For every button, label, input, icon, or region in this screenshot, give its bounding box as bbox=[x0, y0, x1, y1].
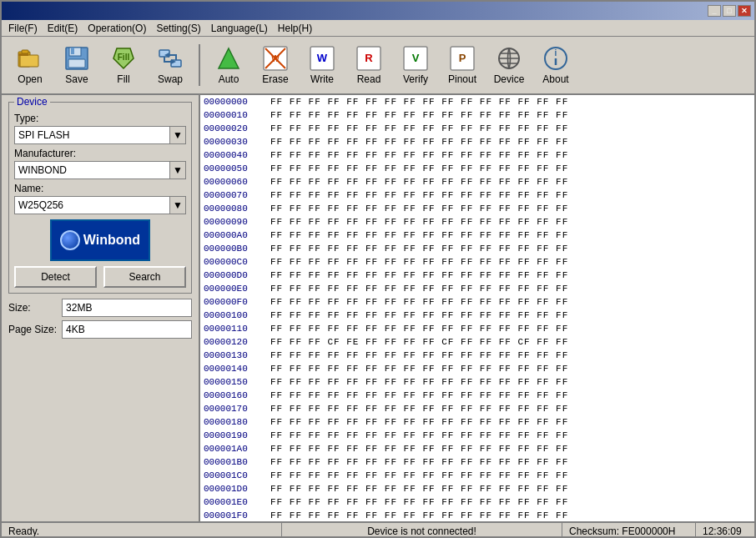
type-dropdown-wrapper: SPI FLASH ▼ bbox=[14, 126, 186, 144]
hex-address: 000001E0 bbox=[204, 497, 270, 507]
menu-file[interactable]: File(F) bbox=[3, 21, 43, 36]
hex-address: 00000110 bbox=[204, 324, 270, 334]
hex-address: 00000060 bbox=[204, 177, 270, 187]
hex-address: 00000000 bbox=[204, 97, 270, 107]
svg-rect-6 bbox=[71, 48, 74, 54]
verify-button[interactable]: V Verify bbox=[394, 40, 437, 90]
close-button[interactable]: ✕ bbox=[738, 5, 751, 17]
minimize-button[interactable]: _ bbox=[708, 5, 721, 17]
hex-bytes: FF FF FF FF FF FF FF FF FF FF FF FF FF F… bbox=[270, 484, 751, 494]
hex-address: 000000E0 bbox=[204, 284, 270, 294]
manufacturer-label: Manufacturer: bbox=[14, 148, 186, 159]
logo-area: Winbond bbox=[14, 219, 186, 261]
menu-language[interactable]: Language(L) bbox=[206, 21, 273, 36]
hex-container[interactable]: 00000000FF FF FF FF FF FF FF FF FF FF FF… bbox=[200, 95, 754, 521]
title-bar: _ □ ✕ bbox=[2, 2, 754, 20]
menu-help[interactable]: Help(H) bbox=[273, 21, 317, 36]
hex-row: 000000A0FF FF FF FF FF FF FF FF FF FF FF… bbox=[200, 229, 754, 242]
maximize-button[interactable]: □ bbox=[723, 5, 736, 17]
hex-row: 00000090FF FF FF FF FF FF FF FF FF FF FF… bbox=[200, 215, 754, 229]
search-button[interactable]: Search bbox=[103, 266, 186, 288]
hex-bytes: FF FF FF FF FF FF FF FF FF FF FF FF FF F… bbox=[270, 110, 751, 120]
fill-button[interactable]: Fill Fill bbox=[102, 40, 145, 90]
erase-button[interactable]: W Erase bbox=[254, 40, 297, 90]
svg-rect-1 bbox=[22, 50, 28, 53]
hex-row: 000000C0FF FF FF FF FF FF FF FF FF FF FF… bbox=[200, 255, 754, 269]
hex-bytes: FF FF FF FF FF FF FF FF FF FF FF FF FF F… bbox=[270, 404, 751, 414]
type-dropdown[interactable]: SPI FLASH bbox=[14, 126, 186, 144]
hex-row: 000000F0FF FF FF FF FF FF FF FF FF FF FF… bbox=[200, 295, 754, 309]
logo-text: Winbond bbox=[60, 230, 140, 250]
pinout-button[interactable]: P Pinout bbox=[441, 40, 484, 90]
hex-bytes: FF FF FF FF FF FF FF FF FF FF FF FF FF F… bbox=[270, 230, 751, 240]
about-button[interactable]: i About bbox=[534, 40, 577, 90]
erase-label: Erase bbox=[262, 73, 288, 85]
menu-edit[interactable]: Edit(E) bbox=[43, 21, 83, 36]
auto-button[interactable]: Auto bbox=[207, 40, 250, 90]
hex-row: 00000140FF FF FF FF FF FF FF FF FF FF FF… bbox=[200, 362, 754, 375]
hex-bytes: FF FF FF FF FF FF FF FF FF FF FF FF FF F… bbox=[270, 270, 751, 280]
swap-button[interactable]: Swap bbox=[149, 40, 192, 90]
hex-bytes: FF FF FF FF FF FF FF FF FF FF FF FF FF F… bbox=[270, 350, 751, 360]
hex-address: 00000140 bbox=[204, 364, 270, 374]
hex-row: 000000D0FF FF FF FF FF FF FF FF FF FF FF… bbox=[200, 269, 754, 282]
size-value: 32MB bbox=[62, 299, 192, 317]
hex-row: 00000120FF FF FF CF FE FF FF FF FF CF FF… bbox=[200, 335, 754, 349]
hex-address: 000001F0 bbox=[204, 510, 270, 520]
hex-bytes: FF FF FF FF FF FF FF FF FF FF FF FF FF F… bbox=[270, 377, 751, 387]
fill-icon: Fill bbox=[110, 45, 137, 72]
open-button[interactable]: Open bbox=[8, 40, 52, 90]
hex-address: 000000A0 bbox=[204, 230, 270, 240]
manufacturer-dropdown[interactable]: WINBOND bbox=[14, 161, 186, 179]
hex-bytes: FF FF FF FF FF FF FF FF FF FF FF FF FF F… bbox=[270, 137, 751, 147]
hex-row: 00000020FF FF FF FF FF FF FF FF FF FF FF… bbox=[200, 122, 754, 135]
pinout-label: Pinout bbox=[448, 73, 476, 85]
save-button[interactable]: Save bbox=[55, 40, 98, 90]
title-bar-buttons: _ □ ✕ bbox=[708, 5, 751, 17]
hex-bytes: FF FF FF FF FF FF FF FF FF FF FF FF FF F… bbox=[270, 257, 751, 267]
hex-bytes: FF FF FF FF FF FF FF FF FF FF FF FF FF F… bbox=[270, 150, 751, 160]
hex-row: 00000110FF FF FF FF FF FF FF FF FF FF FF… bbox=[200, 322, 754, 335]
read-label: Read bbox=[357, 73, 381, 85]
hex-bytes: FF FF FF FF FF FF FF FF FF FF FF FF FF F… bbox=[270, 470, 751, 480]
auto-label: Auto bbox=[219, 73, 239, 85]
write-icon: W bbox=[309, 45, 335, 72]
open-icon bbox=[17, 45, 43, 72]
hex-bytes: FF FF FF FF FF FF FF FF FF FF FF FF FF F… bbox=[270, 417, 751, 427]
hex-address: 00000120 bbox=[204, 337, 270, 347]
hex-bytes: FF FF FF FF FF FF FF FF FF FF FF FF FF F… bbox=[270, 177, 751, 187]
device-button[interactable]: Device bbox=[487, 40, 531, 90]
hex-bytes: FF FF FF FF FF FF FF FF FF FF FF FF FF F… bbox=[270, 190, 751, 200]
hex-bytes: FF FF FF FF FF FF FF FF FF FF FF FF FF F… bbox=[270, 497, 751, 507]
svg-rect-2 bbox=[20, 55, 38, 67]
hex-view-panel: 00000000FF FF FF FF FF FF FF FF FF FF FF… bbox=[200, 95, 754, 521]
hex-row: 00000000FF FF FF FF FF FF FF FF FF FF FF… bbox=[200, 95, 754, 108]
hex-address: 00000170 bbox=[204, 404, 270, 414]
hex-address: 00000010 bbox=[204, 110, 270, 120]
hex-row: 000000B0FF FF FF FF FF FF FF FF FF FF FF… bbox=[200, 242, 754, 255]
hex-row: 00000180FF FF FF FF FF FF FF FF FF FF FF… bbox=[200, 415, 754, 429]
manufacturer-logo: Winbond bbox=[50, 219, 150, 261]
hex-bytes: FF FF FF CF FE FF FF FF FF CF FF FF FF C… bbox=[270, 337, 751, 347]
menu-setting[interactable]: Setting(S) bbox=[151, 21, 205, 36]
hex-row: 00000010FF FF FF FF FF FF FF FF FF FF FF… bbox=[200, 108, 754, 122]
hex-bytes: FF FF FF FF FF FF FF FF FF FF FF FF FF F… bbox=[270, 444, 751, 454]
menu-bar: File(F) Edit(E) Operation(O) Setting(S) … bbox=[2, 20, 754, 37]
hex-address: 000000B0 bbox=[204, 244, 270, 254]
hex-address: 00000160 bbox=[204, 390, 270, 400]
type-label: Type: bbox=[14, 113, 186, 124]
hex-row: 00000050FF FF FF FF FF FF FF FF FF FF FF… bbox=[200, 162, 754, 175]
write-button[interactable]: W Write bbox=[300, 40, 344, 90]
hex-row: 000001E0FF FF FF FF FF FF FF FF FF FF FF… bbox=[200, 495, 754, 509]
open-label: Open bbox=[18, 73, 42, 85]
hex-row: 00000080FF FF FF FF FF FF FF FF FF FF FF… bbox=[200, 202, 754, 215]
status-checksum: Checksum: FE000000H bbox=[562, 523, 696, 538]
read-button[interactable]: R Read bbox=[347, 40, 391, 90]
hex-address: 000000D0 bbox=[204, 270, 270, 280]
name-dropdown[interactable]: W25Q256 bbox=[14, 196, 186, 214]
status-device: Device is not connected! bbox=[282, 523, 562, 538]
hex-bytes: FF FF FF FF FF FF FF FF FF FF FF FF FF F… bbox=[270, 364, 751, 374]
svg-text:V: V bbox=[412, 52, 420, 64]
menu-operation[interactable]: Operation(O) bbox=[83, 21, 151, 36]
detect-button[interactable]: Detect bbox=[14, 266, 97, 288]
